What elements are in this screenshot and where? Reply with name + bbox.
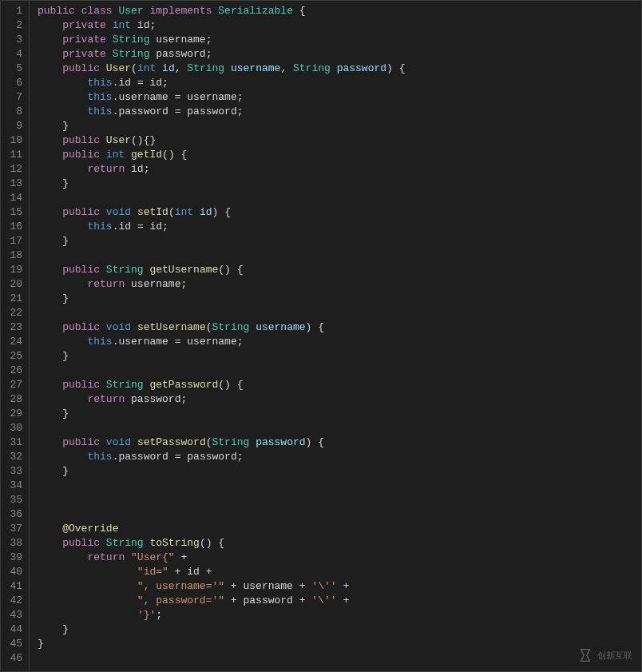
line-number: 33	[6, 464, 22, 479]
line-number: 4	[6, 47, 22, 62]
code-line[interactable]	[38, 306, 641, 320]
code-line[interactable]	[38, 651, 641, 666]
code-line[interactable]: "id=" + id +	[38, 565, 641, 579]
code-line[interactable]: }	[38, 637, 641, 651]
line-number-gutter: 1234567891011121314151617181920212223242…	[1, 1, 30, 671]
code-line[interactable]: this.username = username;	[38, 90, 641, 105]
line-number: 28	[6, 392, 22, 407]
code-line[interactable]: }	[38, 119, 641, 133]
code-line[interactable]	[38, 493, 641, 507]
code-line[interactable]	[38, 507, 641, 522]
code-line[interactable]: this.password = password;	[38, 105, 641, 119]
code-line[interactable]: public void setPassword(String password)…	[38, 435, 641, 450]
code-content[interactable]: public class User implements Serializabl…	[30, 1, 641, 671]
code-line[interactable]: public User(){}	[38, 133, 641, 148]
code-line[interactable]: private int id;	[38, 18, 641, 33]
line-number: 30	[6, 421, 22, 435]
code-line[interactable]: public class User implements Serializabl…	[38, 4, 641, 18]
line-number: 9	[6, 119, 22, 133]
code-line[interactable]	[38, 364, 641, 378]
code-line[interactable]: private String password;	[38, 47, 641, 62]
line-number: 35	[6, 493, 22, 507]
line-number: 29	[6, 407, 22, 421]
line-number: 27	[6, 378, 22, 392]
code-line[interactable]	[38, 421, 641, 435]
code-line[interactable]: this.password = password;	[38, 450, 641, 464]
line-number: 15	[6, 205, 22, 220]
line-number: 5	[6, 62, 22, 76]
line-number: 34	[6, 479, 22, 493]
line-number: 1	[6, 4, 22, 18]
line-number: 43	[6, 608, 22, 622]
code-line[interactable]: private String username;	[38, 33, 641, 47]
code-line[interactable]: '}';	[38, 608, 641, 622]
code-line[interactable]: public void setUsername(String username)…	[38, 320, 641, 335]
code-line[interactable]: }	[38, 234, 641, 249]
line-number: 14	[6, 191, 22, 205]
line-number: 32	[6, 450, 22, 464]
code-line[interactable]: }	[38, 407, 641, 421]
line-number: 39	[6, 551, 22, 565]
code-line[interactable]: return password;	[38, 392, 641, 407]
line-number: 17	[6, 234, 22, 249]
line-number: 37	[6, 522, 22, 536]
line-number: 18	[6, 249, 22, 263]
code-line[interactable]: public User(int id, String username, Str…	[38, 62, 641, 76]
line-number: 46	[6, 651, 22, 666]
line-number: 11	[6, 148, 22, 162]
line-number: 7	[6, 90, 22, 105]
line-number: 23	[6, 320, 22, 335]
line-number: 40	[6, 565, 22, 579]
line-number: 26	[6, 364, 22, 378]
code-line[interactable]: public int getId() {	[38, 148, 641, 162]
line-number: 24	[6, 335, 22, 349]
code-line[interactable]: return username;	[38, 277, 641, 292]
line-number: 42	[6, 594, 22, 608]
line-number: 22	[6, 306, 22, 320]
line-number: 21	[6, 292, 22, 306]
code-editor[interactable]: 1234567891011121314151617181920212223242…	[0, 0, 642, 672]
code-line[interactable]: public String toString() {	[38, 536, 641, 551]
code-line[interactable]: public String getUsername() {	[38, 263, 641, 277]
line-number: 12	[6, 162, 22, 177]
line-number: 45	[6, 637, 22, 651]
code-line[interactable]: ", password='" + password + '\'' +	[38, 594, 641, 608]
line-number: 25	[6, 349, 22, 364]
line-number: 3	[6, 33, 22, 47]
line-number: 10	[6, 133, 22, 148]
code-line[interactable]	[38, 249, 641, 263]
line-number: 36	[6, 507, 22, 522]
line-number: 6	[6, 76, 22, 90]
line-number: 2	[6, 18, 22, 33]
line-number: 41	[6, 579, 22, 594]
code-line[interactable]: public String getPassword() {	[38, 378, 641, 392]
line-number: 31	[6, 435, 22, 450]
code-line[interactable]: this.id = id;	[38, 76, 641, 90]
code-line[interactable]: }	[38, 292, 641, 306]
code-line[interactable]: return "User{" +	[38, 551, 641, 565]
code-line[interactable]: @Override	[38, 522, 641, 536]
code-line[interactable]: }	[38, 349, 641, 364]
code-line[interactable]: ", username='" + username + '\'' +	[38, 579, 641, 594]
line-number: 13	[6, 177, 22, 191]
code-line[interactable]	[38, 479, 641, 493]
line-number: 44	[6, 622, 22, 637]
code-line[interactable]: }	[38, 177, 641, 191]
code-line[interactable]: }	[38, 464, 641, 479]
code-line[interactable]	[38, 191, 641, 205]
code-line[interactable]: this.username = username;	[38, 335, 641, 349]
line-number: 19	[6, 263, 22, 277]
line-number: 16	[6, 220, 22, 234]
line-number: 20	[6, 277, 22, 292]
code-line[interactable]: public void setId(int id) {	[38, 205, 641, 220]
line-number: 8	[6, 105, 22, 119]
code-line[interactable]: return id;	[38, 162, 641, 177]
line-number: 38	[6, 536, 22, 551]
code-line[interactable]: this.id = id;	[38, 220, 641, 234]
code-line[interactable]: }	[38, 622, 641, 637]
